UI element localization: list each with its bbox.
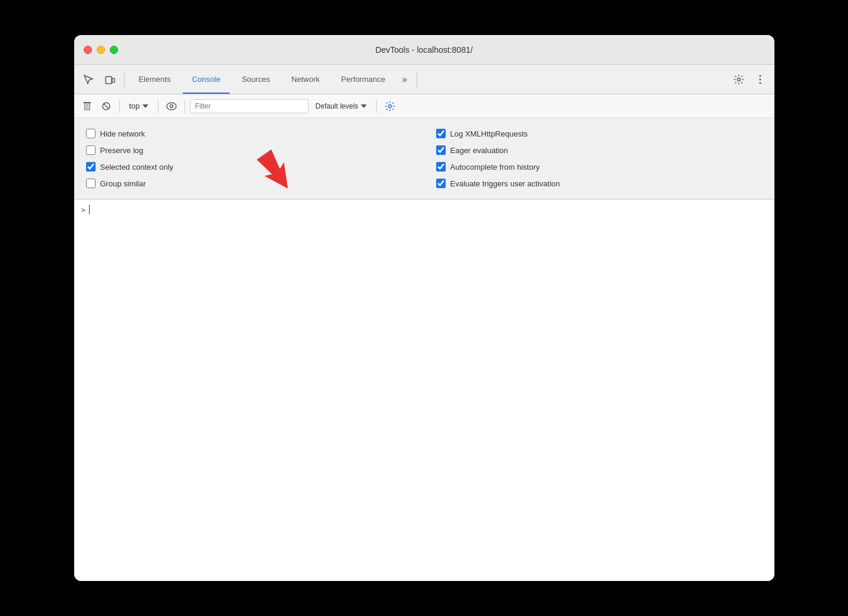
console-input-line: > [74,199,774,219]
eager-eval-checkbox[interactable] [436,145,446,155]
svg-point-2 [737,78,740,81]
console-divider-4 [376,100,377,113]
eye-icon[interactable] [163,98,180,115]
settings-left-column: Hide network Preserve log Selected conte… [86,125,412,192]
more-tabs-icon[interactable]: » [397,72,412,87]
default-levels-selector[interactable]: Default levels [311,101,371,112]
selected-context-checkbox[interactable] [86,162,96,172]
context-selector[interactable]: top [125,100,153,112]
preserve-log-label: Preserve log [100,146,144,155]
svg-point-3 [759,75,761,77]
device-toolbar-icon[interactable] [100,70,119,89]
group-similar-checkbox[interactable] [86,179,96,188]
tab-sources[interactable]: Sources [232,65,280,94]
evaluate-triggers-label: Evaluate triggers user activation [450,179,560,188]
autocomplete-label: Autocomplete from history [450,163,540,172]
checkbox-evaluate-triggers: Evaluate triggers user activation [436,175,763,192]
settings-right-column: Log XMLHttpRequests Eager evaluation Aut… [436,125,763,192]
checkbox-autocomplete: Autocomplete from history [436,158,763,175]
console-divider-1 [119,100,120,113]
log-xmlhttp-label: Log XMLHttpRequests [450,129,528,138]
svg-rect-1 [112,78,115,82]
console-divider-2 [158,100,158,113]
tab-performance[interactable]: Performance [332,65,395,94]
close-button[interactable] [84,46,92,54]
filter-input[interactable] [190,99,309,113]
console-toolbar: top Default levels [74,94,774,118]
checkbox-selected-context: Selected context only [86,158,412,175]
settings-panel: Hide network Preserve log Selected conte… [74,118,774,199]
hide-network-label: Hide network [100,129,145,138]
evaluate-triggers-checkbox[interactable] [436,179,446,188]
console-settings-icon[interactable] [382,98,398,115]
preserve-log-checkbox[interactable] [86,145,96,155]
checkbox-eager-eval: Eager evaluation [436,142,763,158]
log-xmlhttp-checkbox[interactable] [436,129,446,138]
checkbox-group-similar: Group similar [86,175,412,192]
main-toolbar: Elements Console Sources Network Perform… [74,65,774,94]
window-title: DevTools - localhost:8081/ [375,45,472,55]
clear-console-icon[interactable] [79,98,96,115]
toolbar-divider-1 [124,71,125,88]
context-value: top [129,101,140,110]
svg-point-15 [388,104,391,107]
svg-point-14 [170,104,173,107]
titlebar: DevTools - localhost:8081/ [74,35,774,65]
console-cursor [89,205,90,214]
more-options-icon[interactable] [751,70,770,89]
svg-rect-10 [84,102,91,103]
checkbox-log-xmlhttp: Log XMLHttpRequests [436,125,763,142]
default-levels-label: Default levels [316,102,358,110]
console-prompt: > [81,205,86,214]
traffic-lights [84,46,118,54]
eager-eval-label: Eager evaluation [450,146,509,155]
toolbar-right [729,70,770,89]
svg-point-13 [167,103,176,110]
settings-panel-wrapper: Hide network Preserve log Selected conte… [74,118,774,199]
tab-console[interactable]: Console [183,65,230,94]
minimize-button[interactable] [97,46,105,54]
tab-network[interactable]: Network [282,65,329,94]
selected-context-label: Selected context only [100,163,174,172]
console-divider-3 [185,100,185,113]
toolbar-divider-2 [417,71,417,88]
group-similar-label: Group similar [100,179,146,188]
checkbox-hide-network: Hide network [86,125,412,142]
svg-rect-0 [106,77,112,84]
svg-line-12 [103,103,109,109]
prohibit-icon[interactable] [98,98,115,115]
settings-icon[interactable] [729,70,748,89]
maximize-button[interactable] [110,46,118,54]
svg-point-4 [759,78,761,80]
tab-elements[interactable]: Elements [129,65,180,94]
select-element-icon[interactable] [79,70,98,89]
svg-point-5 [759,82,761,84]
autocomplete-checkbox[interactable] [436,162,446,172]
hide-network-checkbox[interactable] [86,129,96,138]
console-area: > [74,199,774,581]
devtools-window: DevTools - localhost:8081/ Elements Cons… [74,35,774,581]
checkbox-preserve-log: Preserve log [86,142,412,158]
